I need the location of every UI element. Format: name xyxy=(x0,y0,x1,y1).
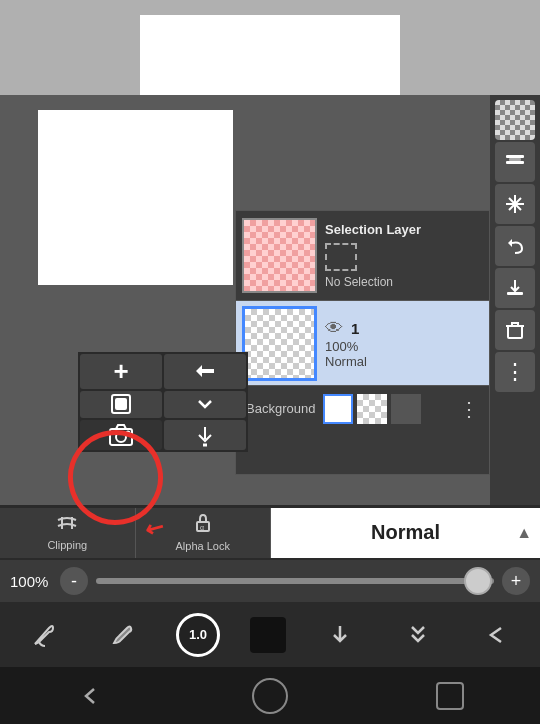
layer-1-name: 1 xyxy=(351,320,359,337)
flip-btn[interactable] xyxy=(164,354,246,389)
transform-btn[interactable] xyxy=(495,184,535,224)
background-white-swatch[interactable] xyxy=(323,394,353,424)
svg-rect-3 xyxy=(507,292,523,295)
selection-layer-row[interactable]: Selection Layer No Selection xyxy=(236,211,489,301)
svg-point-8 xyxy=(116,432,126,442)
layers-btn[interactable] xyxy=(495,142,535,182)
svg-rect-1 xyxy=(506,161,524,164)
brush-tool-btn[interactable] xyxy=(98,611,146,659)
layer-1-opacity: 100% xyxy=(325,339,483,354)
brush-size-value: 1.0 xyxy=(189,627,207,642)
svg-rect-4 xyxy=(508,326,522,338)
clipping-icon xyxy=(56,514,78,537)
add-layer-btn[interactable]: + xyxy=(80,354,162,389)
more-options-btn[interactable]: ⋮ xyxy=(495,352,535,392)
layer-1-thumbnail xyxy=(242,306,317,381)
undo-btn[interactable] xyxy=(495,226,535,266)
down-arrow-btn[interactable] xyxy=(164,420,246,450)
opacity-minus-btn[interactable]: - xyxy=(60,567,88,595)
home-circle-icon xyxy=(252,678,288,714)
canvas-content xyxy=(38,110,233,285)
selection-layer-info: Selection Layer No Selection xyxy=(325,222,421,289)
alpha-lock-btn[interactable]: α Alpha Lock xyxy=(136,508,272,558)
nav-bar xyxy=(0,667,540,724)
no-selection-icon xyxy=(325,243,357,271)
delete-btn[interactable] xyxy=(495,310,535,350)
bottom-toolbar: 1.0 xyxy=(0,602,540,667)
background-checker-swatch[interactable] xyxy=(357,394,387,424)
svg-rect-0 xyxy=(506,155,524,158)
right-tools-panel: ⋮ xyxy=(490,95,540,545)
normal-blend-dropdown[interactable]: Normal ▲ xyxy=(271,508,540,558)
opacity-slider-area: 100% - + xyxy=(0,560,540,602)
paper-white xyxy=(140,15,400,105)
bottom-controls-bar: Clipping α Alpha Lock Normal ▲ xyxy=(0,505,540,560)
back-btn[interactable] xyxy=(472,611,520,659)
nav-recent-btn[interactable] xyxy=(430,676,470,716)
paper-area xyxy=(0,0,540,110)
normal-blend-label: Normal xyxy=(371,521,440,544)
nav-back-btn[interactable] xyxy=(70,676,110,716)
opacity-value: 100% xyxy=(10,573,52,590)
layer-1-row[interactable]: 👁 1 100% Normal xyxy=(236,301,489,386)
alpha-lock-label: Alpha Lock xyxy=(176,540,230,552)
layer-1-info: 👁 1 100% Normal xyxy=(325,318,483,369)
camera-btn[interactable] xyxy=(80,420,162,450)
background-label: Background xyxy=(246,401,315,416)
no-selection-label: No Selection xyxy=(325,275,421,289)
opacity-slider-track[interactable] xyxy=(96,578,494,584)
recent-square-icon xyxy=(436,682,464,710)
layer-eye-icon[interactable]: 👁 xyxy=(325,318,343,339)
layers-panel: Selection Layer No Selection 👁 1 100% No… xyxy=(235,210,490,475)
layer-action-buttons: + xyxy=(78,352,248,452)
brush-size-display[interactable]: 1.0 xyxy=(176,613,220,657)
double-down-btn[interactable] xyxy=(394,611,442,659)
opacity-plus-btn[interactable]: + xyxy=(502,567,530,595)
nav-home-btn[interactable] xyxy=(250,676,290,716)
checker-pattern-btn[interactable] xyxy=(495,100,535,140)
clipping-label: Clipping xyxy=(47,539,87,551)
selection-layer-thumbnail xyxy=(242,218,317,293)
smudge-tool-btn[interactable] xyxy=(20,611,68,659)
background-row[interactable]: Background ⋮ xyxy=(236,386,489,431)
mask-btn[interactable] xyxy=(80,391,162,419)
arrow-layer-btn[interactable] xyxy=(164,391,246,419)
svg-rect-6 xyxy=(116,399,126,409)
svg-text:α: α xyxy=(200,524,204,531)
clipping-btn[interactable]: Clipping xyxy=(0,508,136,558)
flatten-btn[interactable] xyxy=(495,268,535,308)
down-action-btn[interactable] xyxy=(316,611,364,659)
selection-layer-name: Selection Layer xyxy=(325,222,421,237)
svg-rect-2 xyxy=(509,158,521,161)
dropdown-arrow-icon: ▲ xyxy=(516,524,532,542)
alpha-lock-icon: α xyxy=(193,513,213,538)
opacity-slider-thumb[interactable] xyxy=(464,567,492,595)
color-selector[interactable] xyxy=(250,617,286,653)
svg-point-9 xyxy=(127,432,130,435)
layer-1-blend: Normal xyxy=(325,354,483,369)
background-more-btn[interactable]: ⋮ xyxy=(459,397,479,421)
background-dark-swatch[interactable] xyxy=(391,394,421,424)
